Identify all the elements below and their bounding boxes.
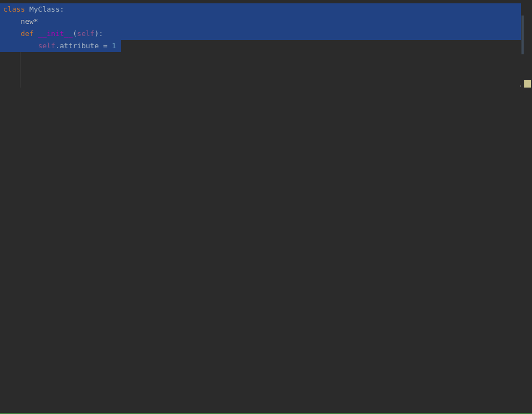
selection-highlight	[0, 16, 521, 28]
ref-self: self	[38, 42, 55, 50]
selection-highlight	[0, 3, 521, 16]
equals-op: =	[99, 42, 111, 50]
code-line[interactable]: self.attribute = 1	[3, 40, 116, 52]
scrollbar-selection-marker	[521, 16, 524, 54]
rparen-colon: ):	[94, 29, 103, 38]
attribute-ref: .attribute	[55, 42, 99, 50]
caret-tick: '	[519, 82, 522, 94]
code-line[interactable]: new*	[3, 16, 38, 28]
dunder-init: __init__	[38, 29, 73, 38]
lparen: (	[73, 29, 77, 38]
new-text: new*	[21, 17, 38, 25]
indent-guide	[20, 52, 21, 88]
keyword-def: def	[21, 29, 33, 38]
editor-gutter[interactable]	[0, 0, 3, 414]
code-line[interactable]: def __init__(self):	[3, 28, 103, 40]
keyword-class: class	[3, 5, 25, 13]
code-editor[interactable]: class MyClass: new* def __init__(self): …	[0, 0, 532, 414]
code-container: class MyClass: new* def __init__(self): …	[0, 0, 532, 414]
vertical-scrollbar[interactable]: '	[524, 0, 532, 414]
param-self: self	[77, 29, 94, 38]
caret-marker[interactable]	[524, 80, 531, 88]
class-name: MyClass	[29, 5, 60, 13]
number-literal: 1	[112, 42, 116, 50]
code-line[interactable]: class MyClass:	[3, 3, 64, 16]
colon: :	[60, 5, 64, 13]
